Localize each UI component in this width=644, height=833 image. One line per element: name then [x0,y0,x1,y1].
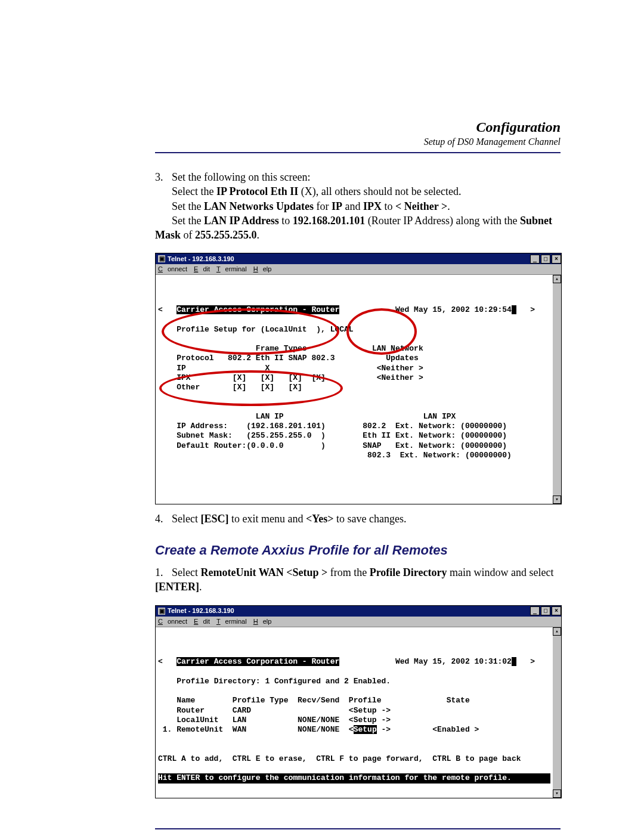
section-heading: Create a Remote Axxius Profile for all R… [155,541,561,559]
menu-edit[interactable]: Edit [194,265,210,272]
telnet1-profile-line: Profile Setup for (LocalUnit ), LOCAL [177,325,353,334]
step-3: 3.Set the following on this screen: Sele… [155,170,561,242]
profile-directory-line: Profile Directory: 1 Configured and 2 En… [177,677,391,686]
menu-edit[interactable]: Edit [194,618,210,625]
telnet-icon: ▣ [158,255,165,262]
step-1-number: 1. [155,565,172,580]
menu-terminal[interactable]: Terminal [216,618,247,625]
telnet1-titlebar: ▣ Telnet - 192.168.3.190 _ □ × [156,253,561,264]
status-hint: Hit ENTER to configure the communication… [158,773,550,783]
menu-connect[interactable]: Connect [158,618,187,625]
ctrl-hint-line: CTRL A to add, CTRL E to erase, CTRL F t… [158,754,521,763]
page-header: Configuration Setup of DS0 Management Ch… [155,119,561,147]
lan-subnet-mask: Subnet Mask: (255.255.255.0 ) [177,431,326,440]
step-4-number: 4. [155,512,172,526]
step-1: 1.Select RemoteUnit WAN <Setup > from th… [155,565,561,594]
row-ip: IP X [177,364,270,373]
telnet2-menubar: Connect Edit Terminal Help [156,617,561,627]
telnet1-title: Telnet - 192.168.3.190 [168,255,234,264]
telnet2-timestamp: Wed May 15, 2002 10:31:02 [395,657,512,666]
minimize-button[interactable]: _ [530,606,540,615]
scroll-up-button[interactable]: ▴ [553,627,561,636]
telnet1-timestamp: Wed May 15, 2002 10:29:54 [395,305,512,314]
telnet1-terminal[interactable]: ▴ ▾ < Carrier Access Corporation - Route… [156,275,561,504]
maximize-button[interactable]: □ [541,255,550,264]
close-button[interactable]: × [552,606,561,615]
scroll-down-button[interactable]: ▾ [553,789,561,798]
footer-divider [155,828,561,829]
row-ipx: IPX [X] [X] [X] [X] [177,373,326,382]
menu-terminal[interactable]: Terminal [216,265,247,272]
profile-row-router: Router CARD <Setup -> [163,706,391,715]
profile-row-localunit: LocalUnit LAN NONE/NONE <Setup -> [163,716,391,724]
scroll-down-button[interactable]: ▾ [553,496,561,504]
close-button[interactable]: × [552,255,561,264]
telnet2-title: Telnet - 192.168.3.190 [168,606,234,615]
telnet1-banner: Carrier Access Corporation - Router [177,305,339,314]
chapter-title: Configuration [155,119,561,135]
page-footer: Axxius 800 - Release 2.2 4-21 [155,828,561,833]
telnet-window-2: ▣ Telnet - 192.168.3.190 _ □ × Connect E… [155,605,562,798]
header-divider [155,152,561,153]
step-3-number: 3. [155,170,172,184]
remoteunit-setup-selected[interactable]: Setup [354,725,377,734]
telnet2-banner: Carrier Access Corporation - Router [177,657,339,666]
minimize-button[interactable]: _ [530,255,540,264]
profile-columns: Name Profile Type Recv/Send Profile Stat… [163,696,470,705]
row-other: Other [X] [X] [X] [177,383,302,392]
menu-connect[interactable]: Connect [158,265,187,272]
step-3-line1: Set the following on this screen: [172,171,310,183]
telnet2-titlebar: ▣ Telnet - 192.168.3.190 _ □ × [156,606,561,617]
telnet-window-1: ▣ Telnet - 192.168.3.190 _ □ × Connect E… [155,253,562,504]
telnet2-terminal[interactable]: ▴ ▾ < Carrier Access Corporation - Route… [156,627,561,798]
menu-help[interactable]: Help [253,265,272,272]
scroll-up-button[interactable]: ▴ [553,275,561,283]
step-4: 4.Select [ESC] to exit menu and <Yes> to… [155,512,561,526]
lan-default-router: Default Router:(0.0.0.0 ) [177,441,326,450]
lan-ip-address: IP Address: (192.168.201.101) [177,422,326,431]
menu-help[interactable]: Help [253,618,272,625]
chapter-subtitle: Setup of DS0 Management Channel [155,137,561,147]
telnet1-menubar: Connect Edit Terminal Help [156,264,561,275]
telnet-icon: ▣ [158,608,165,615]
maximize-button[interactable]: □ [541,606,550,615]
